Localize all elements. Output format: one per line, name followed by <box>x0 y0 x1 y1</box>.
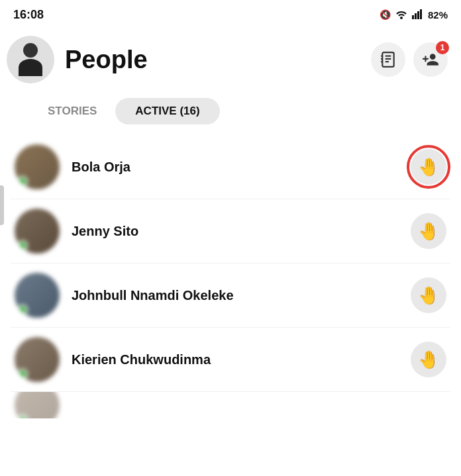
online-indicator <box>17 176 28 187</box>
person-avatar <box>15 273 60 318</box>
person-avatar <box>15 144 60 189</box>
svg-rect-2 <box>417 11 419 19</box>
status-bar: 16:08 🔇 82% <box>0 0 461 26</box>
people-list: Bola Orja 🤚 Jenny Sito 🤚 Johnbull Nnamdi… <box>0 135 461 418</box>
status-time: 16:08 <box>13 8 44 22</box>
person-row: Kierien Chukwudinma 🤚 <box>11 328 450 392</box>
person-avatar <box>15 337 60 382</box>
header: People 1 <box>0 26 461 93</box>
person-row: Johnbull Nnamdi Okeleke 🤚 <box>11 263 450 328</box>
wave-button[interactable]: 🤚 <box>411 149 446 185</box>
person-row: Jenny Sito 🤚 <box>11 199 450 263</box>
add-person-icon <box>422 51 439 68</box>
online-indicator <box>17 305 28 315</box>
person-name: Jenny Sito <box>72 224 411 239</box>
notification-badge: 1 <box>436 41 449 54</box>
add-person-button[interactable]: 1 <box>413 42 448 77</box>
online-indicator <box>17 240 28 251</box>
header-actions: 1 <box>371 42 448 77</box>
tabs-row: STORIES ACTIVE (16) <box>0 93 461 135</box>
page-title: People <box>65 46 371 74</box>
online-indicator <box>17 414 28 418</box>
tab-active[interactable]: ACTIVE (16) <box>115 98 219 124</box>
avatar-figure <box>19 43 42 76</box>
person-name: Kierien Chukwudinma <box>72 352 411 367</box>
svg-rect-3 <box>420 9 422 19</box>
contacts-icon <box>380 51 397 68</box>
person-name: Bola Orja <box>72 160 411 175</box>
person-row <box>11 392 450 418</box>
svg-rect-1 <box>415 13 417 19</box>
battery-text: 82% <box>428 9 448 21</box>
wave-button[interactable]: 🤚 <box>411 342 446 377</box>
person-row: Bola Orja 🤚 <box>11 135 450 199</box>
wifi-icon <box>395 9 408 21</box>
tab-stories[interactable]: STORIES <box>40 99 105 123</box>
signal-icon <box>412 9 424 21</box>
mute-icon: 🔇 <box>380 9 391 20</box>
user-avatar[interactable] <box>7 36 54 83</box>
wave-button[interactable]: 🤚 <box>411 213 446 249</box>
person-avatar <box>15 209 60 254</box>
online-indicator <box>17 369 28 379</box>
wave-button[interactable]: 🤚 <box>411 277 446 313</box>
left-edge-indicator <box>0 185 4 225</box>
person-name: Johnbull Nnamdi Okeleke <box>72 288 411 303</box>
status-icons: 🔇 82% <box>380 9 448 21</box>
svg-rect-0 <box>412 15 414 19</box>
avatar-body <box>19 59 42 76</box>
avatar-head <box>23 43 38 58</box>
contacts-button[interactable] <box>371 42 405 77</box>
